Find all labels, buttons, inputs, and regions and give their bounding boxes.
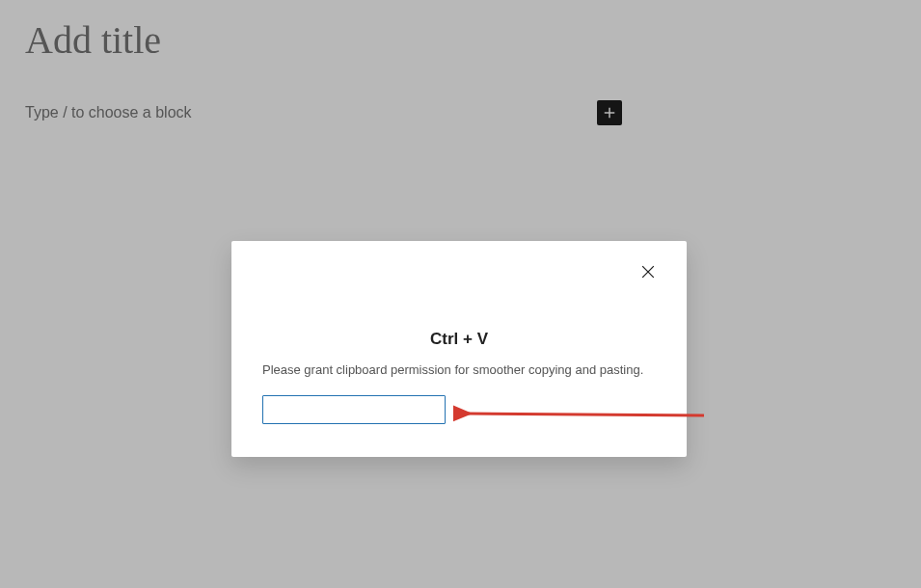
modal-description: Please grant clipboard permission for sm… <box>262 362 656 377</box>
clipboard-permission-modal: Ctrl + V Please grant clipboard permissi… <box>231 241 687 457</box>
close-icon <box>638 262 658 281</box>
clipboard-paste-input[interactable] <box>262 395 446 424</box>
modal-close-button[interactable] <box>637 260 660 283</box>
modal-title: Ctrl + V <box>231 330 687 349</box>
